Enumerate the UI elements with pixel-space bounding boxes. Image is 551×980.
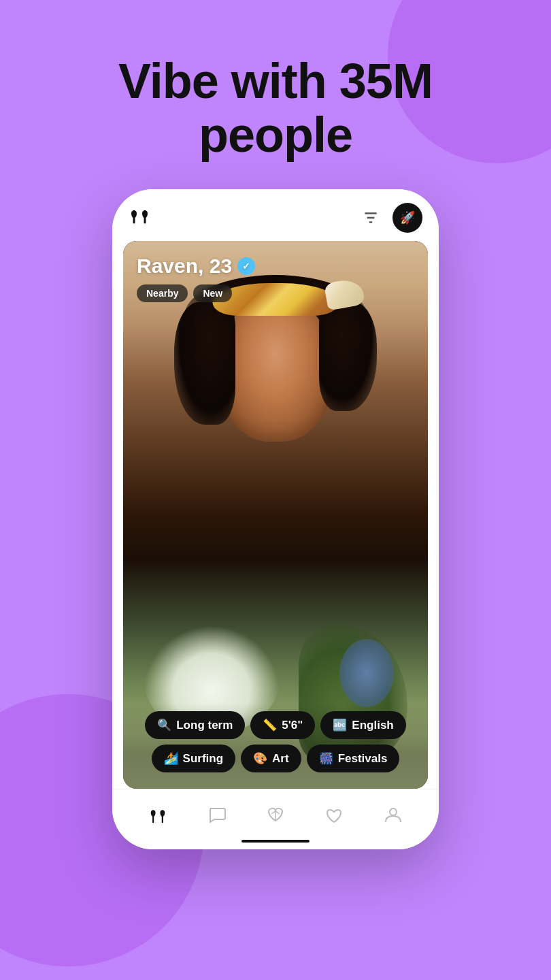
profile-name: Raven, 23 ✓ xyxy=(137,255,255,278)
tag-long-term-label: Long term xyxy=(176,719,233,732)
profile-badges: Nearby New xyxy=(137,284,255,302)
nav-match[interactable] xyxy=(261,800,290,830)
phone-frame: 🚀 xyxy=(112,189,439,849)
new-badge: New xyxy=(193,284,232,302)
nearby-badge: Nearby xyxy=(137,284,188,302)
nav-like[interactable] xyxy=(319,800,349,830)
topbar-actions: 🚀 xyxy=(357,203,422,233)
tag-long-term[interactable]: 🔍 Long term xyxy=(145,711,245,739)
boost-button[interactable]: 🚀 xyxy=(393,203,422,233)
app-logo xyxy=(129,208,150,229)
profile-name-area: Raven, 23 ✓ Nearby New xyxy=(137,255,255,302)
tag-art[interactable]: 🎨 Art xyxy=(241,745,301,772)
tag-surfing[interactable]: 🏄 Surfing xyxy=(152,745,236,772)
tag-festivals[interactable]: 🎆 Festivals xyxy=(307,745,400,772)
art-tag-icon: 🎨 xyxy=(253,751,267,766)
nav-profile[interactable] xyxy=(378,800,408,830)
language-tag-icon: 🔤 xyxy=(333,718,347,732)
tag-height[interactable]: 📏 5'6" xyxy=(250,711,315,739)
tags-overlay: 🔍 Long term 📏 5'6" 🔤 English 🏄 xyxy=(123,703,428,789)
svg-point-3 xyxy=(390,808,397,815)
surf-tag-icon: 🏄 xyxy=(164,751,178,766)
headline-line2: people xyxy=(199,108,352,162)
tag-surfing-label: Surfing xyxy=(183,752,224,766)
nav-home[interactable] xyxy=(143,800,173,830)
festival-tag-icon: 🎆 xyxy=(319,751,333,766)
tags-row-1: 🔍 Long term 📏 5'6" 🔤 English xyxy=(134,711,417,739)
tags-row-2: 🏄 Surfing 🎨 Art 🎆 Festivals xyxy=(134,745,417,772)
headline: Vibe with 35M people xyxy=(0,0,551,162)
tag-height-label: 5'6" xyxy=(282,719,303,732)
verified-badge: ✓ xyxy=(237,257,255,275)
tag-festivals-label: Festivals xyxy=(338,752,388,766)
search-tag-icon: 🔍 xyxy=(157,718,171,732)
topbar: 🚀 xyxy=(112,189,439,241)
phone-mockup: 🚀 xyxy=(0,189,551,849)
home-indicator xyxy=(241,840,310,843)
profile-card[interactable]: Raven, 23 ✓ Nearby New 🔍 Long term 📏 xyxy=(123,241,428,789)
filter-button[interactable] xyxy=(357,204,384,231)
tag-language[interactable]: 🔤 English xyxy=(320,711,405,739)
tag-art-label: Art xyxy=(272,752,289,766)
tag-language-label: English xyxy=(352,719,393,732)
nav-chat[interactable] xyxy=(202,800,232,830)
headline-line1: Vibe with 35M xyxy=(118,54,433,108)
ruler-tag-icon: 📏 xyxy=(263,718,277,732)
